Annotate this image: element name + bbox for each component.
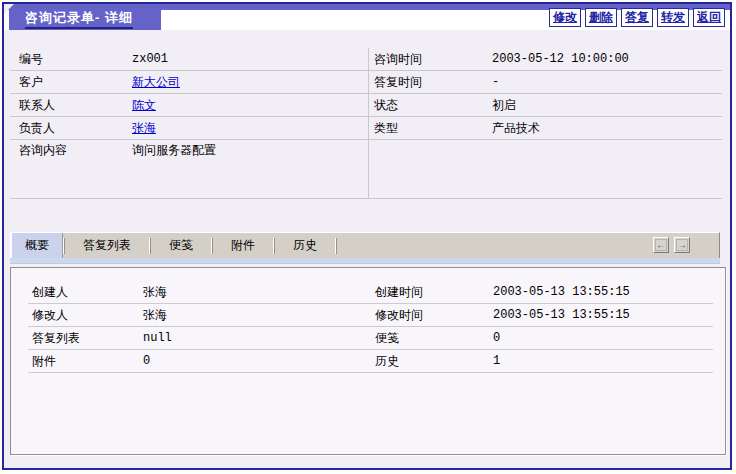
summary-row-reply-list: 答复列表 null 便笺 0 bbox=[28, 327, 713, 350]
tab-separator bbox=[335, 238, 337, 254]
detail-fields: 编号 zx001 咨询时间 2003-05-12 10:00:00 客户 新大公… bbox=[10, 48, 722, 199]
field-row-consult-content: 咨询内容 询问服务器配置 bbox=[10, 140, 722, 199]
field-label-status: 状态 bbox=[369, 94, 492, 116]
summary-row-modifier: 修改人 张海 修改时间 2003-05-13 13:55:15 bbox=[28, 304, 713, 327]
back-button[interactable]: 返回 bbox=[693, 8, 725, 27]
field-label-consult-content: 咨询内容 bbox=[10, 140, 132, 160]
summary-panel: 创建人 张海 创建时间 2003-05-13 13:55:15 修改人 张海 修… bbox=[10, 267, 726, 455]
page-title-tab: 咨询记录单- 详细 bbox=[9, 4, 161, 30]
summary-label-history-count: 历史 bbox=[369, 350, 493, 372]
field-row-contact: 联系人 陈文 状态 初启 bbox=[10, 94, 722, 117]
summary-label-modify-time: 修改时间 bbox=[369, 304, 493, 326]
field-label-consult-time: 咨询时间 bbox=[369, 48, 492, 70]
summary-value-attachments-count: 0 bbox=[143, 350, 369, 372]
owner-link[interactable]: 张海 bbox=[132, 121, 156, 135]
tab-history[interactable]: 历史 bbox=[275, 233, 335, 258]
field-label-reply-time: 答复时间 bbox=[369, 71, 492, 93]
tab-scroll-controls: ← → bbox=[653, 237, 690, 253]
tab-scroll-right-button[interactable]: → bbox=[674, 237, 690, 253]
summary-label-creator: 创建人 bbox=[28, 281, 143, 303]
summary-value-modifier: 张海 bbox=[143, 304, 369, 326]
page-title: 咨询记录单- 详细 bbox=[25, 10, 133, 29]
tab-bar: 概要 答复列表 便笺 附件 历史 bbox=[10, 232, 720, 258]
modify-button[interactable]: 修改 bbox=[549, 8, 581, 27]
summary-label-reply-list: 答复列表 bbox=[28, 327, 143, 349]
forward-button[interactable]: 转发 bbox=[657, 8, 689, 27]
field-value-status: 初启 bbox=[492, 94, 722, 116]
summary-label-create-time: 创建时间 bbox=[369, 281, 493, 303]
field-row-number: 编号 zx001 咨询时间 2003-05-12 10:00:00 bbox=[10, 48, 722, 71]
summary-row-attachments: 附件 0 历史 1 bbox=[28, 350, 713, 373]
summary-value-creator: 张海 bbox=[143, 281, 369, 303]
summary-value-notes-count: 0 bbox=[493, 327, 713, 349]
toolbar: 修改 删除 答复 转发 返回 bbox=[549, 8, 725, 27]
tab-reply-list[interactable]: 答复列表 bbox=[65, 233, 149, 258]
arrow-left-icon: ← bbox=[655, 239, 667, 251]
field-row-owner: 负责人 张海 类型 产品技术 bbox=[10, 117, 722, 140]
field-value-type: 产品技术 bbox=[492, 117, 722, 139]
tab-attachments[interactable]: 附件 bbox=[213, 233, 273, 258]
field-label-owner: 负责人 bbox=[10, 117, 132, 139]
tab-notes[interactable]: 便笺 bbox=[151, 233, 211, 258]
field-value-consult-content: 询问服务器配置 bbox=[132, 140, 368, 160]
field-label-number: 编号 bbox=[10, 48, 132, 70]
field-value-number: zx001 bbox=[132, 48, 368, 70]
customer-link[interactable]: 新大公司 bbox=[132, 75, 180, 89]
reply-button[interactable]: 答复 bbox=[621, 8, 653, 27]
tab-scroll-left-button[interactable]: ← bbox=[653, 237, 669, 253]
tab-bar-bottom-strip bbox=[10, 258, 720, 264]
summary-row-creator: 创建人 张海 创建时间 2003-05-13 13:55:15 bbox=[28, 281, 713, 304]
summary-label-attachments-count: 附件 bbox=[28, 350, 143, 372]
delete-button[interactable]: 删除 bbox=[585, 8, 617, 27]
page-corner-icon bbox=[4, 4, 14, 14]
contact-link[interactable]: 陈文 bbox=[132, 98, 156, 112]
field-value-consult-time: 2003-05-12 10:00:00 bbox=[492, 48, 722, 70]
tab-summary[interactable]: 概要 bbox=[11, 233, 63, 258]
summary-label-notes-count: 便笺 bbox=[369, 327, 493, 349]
summary-value-modify-time: 2003-05-13 13:55:15 bbox=[493, 304, 713, 326]
field-row-customer: 客户 新大公司 答复时间 - bbox=[10, 71, 722, 94]
header: 咨询记录单- 详细 修改 删除 答复 转发 返回 bbox=[4, 4, 730, 30]
summary-value-history-count: 1 bbox=[493, 350, 713, 372]
summary-value-create-time: 2003-05-13 13:55:15 bbox=[493, 281, 713, 303]
field-label-customer: 客户 bbox=[10, 71, 132, 93]
field-label-type: 类型 bbox=[369, 117, 492, 139]
field-label-contact: 联系人 bbox=[10, 94, 132, 116]
field-value-reply-time: - bbox=[492, 71, 722, 93]
content-area: 编号 zx001 咨询时间 2003-05-12 10:00:00 客户 新大公… bbox=[4, 30, 730, 468]
summary-value-reply-list: null bbox=[143, 327, 369, 349]
summary-label-modifier: 修改人 bbox=[28, 304, 143, 326]
window-frame: 咨询记录单- 详细 修改 删除 答复 转发 返回 编号 zx001 咨询时间 2… bbox=[2, 2, 732, 470]
arrow-right-icon: → bbox=[676, 239, 688, 251]
